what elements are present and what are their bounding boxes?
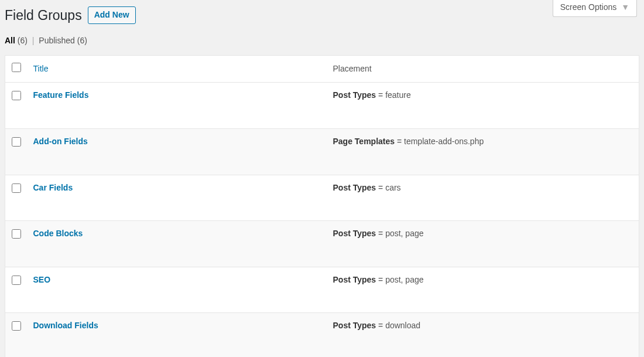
- row-placement: Page Templates = template-add-ons.php: [327, 128, 639, 175]
- row-checkbox[interactable]: [12, 137, 21, 147]
- row-placement: Post Types = feature: [327, 83, 639, 129]
- placement-key: Post Types: [333, 183, 376, 192]
- placement-key: Post Types: [333, 275, 376, 284]
- table-row: Code Blocks Post Types = post, page: [5, 221, 639, 267]
- filter-published-count: (6): [77, 36, 87, 45]
- page-title: Field Groups: [5, 6, 82, 25]
- placement-key: Post Types: [333, 90, 376, 100]
- placement-value: cars: [385, 183, 400, 192]
- chevron-down-icon: ▼: [621, 2, 629, 13]
- placement-value: post, page: [385, 229, 423, 238]
- header-select-all: [5, 55, 28, 83]
- filter-nav: All (6) | Published (6): [0, 35, 644, 55]
- header-title-link[interactable]: Title: [33, 64, 49, 73]
- row-checkbox[interactable]: [12, 321, 21, 331]
- row-placement: Post Types = cars: [327, 175, 639, 221]
- select-all-checkbox[interactable]: [12, 63, 21, 72]
- screen-options-button[interactable]: Screen Options ▼: [553, 0, 637, 17]
- row-checkbox[interactable]: [12, 229, 21, 239]
- table-row: Car Fields Post Types = cars: [5, 175, 639, 221]
- row-placement: Post Types = download: [327, 313, 639, 357]
- add-new-button[interactable]: Add New: [88, 6, 136, 24]
- table-body: Feature Fields Post Types = feature Add-…: [5, 83, 639, 357]
- header-placement: Placement: [327, 55, 639, 83]
- filter-all-count: (6): [18, 36, 28, 45]
- placement-value: template-add-ons.php: [404, 137, 484, 146]
- header-title[interactable]: Title: [28, 55, 327, 83]
- table-row: Feature Fields Post Types = feature: [5, 83, 639, 129]
- row-placement: Post Types = post, page: [327, 267, 639, 313]
- filter-published-label: Published: [39, 36, 75, 45]
- screen-options-label: Screen Options: [560, 2, 617, 12]
- placement-value: feature: [385, 90, 411, 100]
- placement-value: post, page: [385, 275, 423, 284]
- row-checkbox[interactable]: [12, 276, 21, 285]
- placement-value: download: [385, 321, 420, 330]
- row-title-link[interactable]: Download Fields: [33, 321, 98, 330]
- row-title-link[interactable]: Add-on Fields: [33, 137, 88, 146]
- row-title-link[interactable]: Feature Fields: [33, 90, 89, 100]
- table-row: SEO Post Types = post, page: [5, 267, 639, 313]
- row-title-link[interactable]: Car Fields: [33, 183, 73, 192]
- page-header: Field Groups Add New: [0, 0, 644, 35]
- placement-key: Post Types: [333, 229, 376, 238]
- table-row: Download Fields Post Types = download: [5, 313, 639, 357]
- placement-key: Post Types: [333, 321, 376, 330]
- row-checkbox[interactable]: [12, 91, 21, 100]
- row-title-link[interactable]: Code Blocks: [33, 229, 83, 238]
- table-row: Add-on Fields Page Templates = template-…: [5, 128, 639, 175]
- filter-published[interactable]: Published (6): [39, 36, 87, 45]
- placement-key: Page Templates: [333, 137, 395, 146]
- filter-all[interactable]: All (6): [5, 36, 30, 45]
- row-title-link[interactable]: SEO: [33, 275, 51, 284]
- field-groups-table: Title Placement Feature Fields Post Type…: [5, 55, 639, 357]
- filter-separator: |: [32, 36, 35, 45]
- filter-all-label: All: [5, 36, 15, 45]
- row-checkbox[interactable]: [12, 183, 21, 193]
- row-placement: Post Types = post, page: [327, 221, 639, 267]
